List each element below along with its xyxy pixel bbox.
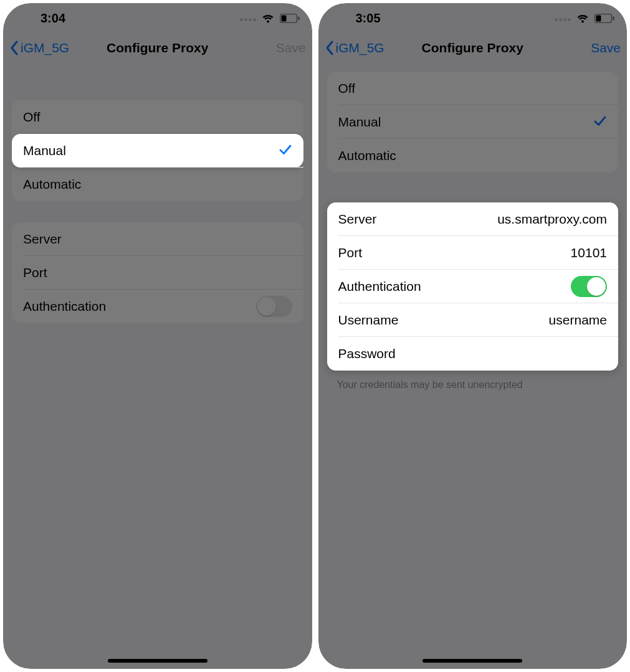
- field-label: Server: [338, 212, 377, 227]
- field-label: Port: [23, 265, 47, 280]
- wifi-icon: [261, 13, 275, 23]
- proxy-mode-off[interactable]: Off: [327, 72, 619, 105]
- svg-rect-1: [281, 15, 286, 21]
- field-label: Password: [338, 346, 396, 361]
- port-field[interactable]: Port: [12, 256, 303, 290]
- field-label: Authentication: [338, 279, 421, 294]
- password-field[interactable]: Password: [327, 337, 619, 371]
- screenshot-right: 3:05 iGM_5G Configure Proxy Save: [318, 3, 628, 669]
- field-value: us.smartproxy.com: [497, 212, 607, 227]
- authentication-switch[interactable]: [256, 296, 292, 317]
- svg-rect-2: [298, 16, 299, 20]
- username-field[interactable]: Username username: [327, 303, 619, 337]
- proxy-mode-off[interactable]: Off: [12, 100, 303, 134]
- nav-bar: iGM_5G Configure Proxy Save: [318, 33, 628, 65]
- server-field[interactable]: Server: [12, 222, 303, 256]
- proxy-mode-automatic[interactable]: Automatic: [12, 168, 303, 201]
- checkmark-icon: [279, 143, 292, 159]
- save-button[interactable]: Save: [276, 40, 306, 55]
- proxy-mode-manual[interactable]: Manual: [327, 105, 619, 139]
- field-value: username: [549, 313, 607, 328]
- proxy-mode-group: Off Manual Automatic: [12, 100, 303, 201]
- row-label: Manual: [23, 143, 66, 158]
- server-field[interactable]: Server us.smartproxy.com: [327, 202, 619, 236]
- battery-icon: [594, 14, 614, 23]
- status-bar-time: 3:04: [41, 11, 65, 26]
- back-button-label: iGM_5G: [336, 40, 384, 55]
- back-button-label: iGM_5G: [21, 40, 69, 55]
- authentication-toggle-row[interactable]: Authentication: [12, 290, 303, 323]
- authentication-switch[interactable]: [571, 276, 607, 297]
- cellular-dots-icon: [239, 12, 256, 24]
- wifi-icon: [576, 13, 589, 23]
- back-button[interactable]: iGM_5G: [325, 40, 384, 55]
- chevron-left-icon: [325, 40, 335, 55]
- status-bar: 3:04: [3, 3, 312, 33]
- row-label: Automatic: [23, 177, 81, 192]
- proxy-mode-automatic[interactable]: Automatic: [327, 139, 619, 173]
- status-bar-time: 3:05: [356, 11, 381, 26]
- checkmark-icon: [593, 114, 607, 131]
- proxy-fields-group: Server us.smartproxy.com Port 10101 Auth…: [327, 202, 619, 371]
- status-bar-icons: [553, 12, 614, 24]
- save-button[interactable]: Save: [591, 40, 621, 55]
- back-button[interactable]: iGM_5G: [9, 40, 69, 55]
- chevron-left-icon: [9, 40, 19, 55]
- svg-rect-5: [613, 16, 614, 20]
- home-indicator: [108, 659, 208, 663]
- authentication-toggle-row[interactable]: Authentication: [327, 270, 619, 303]
- svg-rect-4: [596, 15, 601, 21]
- credentials-warning: Your credentials may be sent unencrypted: [337, 379, 609, 390]
- proxy-mode-group: Off Manual Automatic: [327, 72, 619, 173]
- field-label: Port: [338, 245, 363, 260]
- row-label: Off: [338, 81, 356, 96]
- home-indicator: [422, 659, 522, 663]
- status-bar-icons: [239, 12, 300, 24]
- screenshot-left: 3:04 iGM_5G Configure Proxy Save: [3, 3, 312, 669]
- field-label: Server: [23, 232, 62, 247]
- nav-bar: iGM_5G Configure Proxy Save: [3, 33, 312, 65]
- status-bar: 3:05: [318, 3, 628, 33]
- row-label: Automatic: [338, 148, 396, 163]
- field-label: Authentication: [23, 299, 106, 314]
- field-value: 10101: [571, 245, 607, 260]
- proxy-mode-manual[interactable]: Manual: [12, 134, 303, 168]
- row-label: Manual: [338, 115, 381, 130]
- port-field[interactable]: Port 10101: [327, 236, 619, 270]
- field-label: Username: [338, 313, 399, 328]
- cellular-dots-icon: [553, 12, 571, 24]
- proxy-fields-group: Server Port Authentication: [12, 222, 303, 323]
- battery-icon: [280, 14, 300, 23]
- row-label: Off: [23, 110, 41, 125]
